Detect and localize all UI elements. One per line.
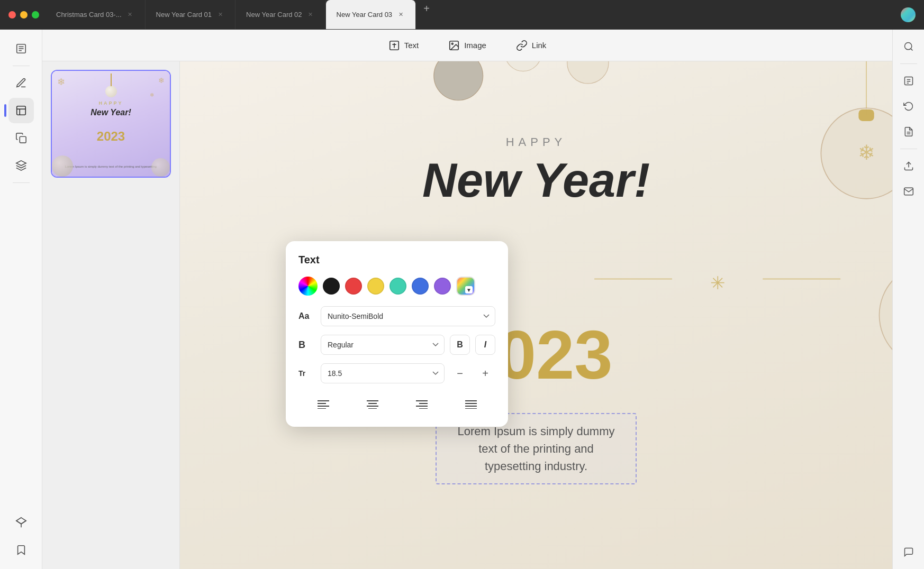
link-tool-icon bbox=[516, 40, 528, 51]
italic-button[interactable]: I bbox=[475, 335, 495, 355]
text-tool-button[interactable]: Text bbox=[382, 36, 425, 54]
svg-rect-30 bbox=[858, 109, 874, 121]
link-tool-button[interactable]: Link bbox=[510, 36, 553, 54]
thumb-year-text: 2023 bbox=[97, 129, 125, 144]
align-justify-button[interactable] bbox=[458, 394, 484, 414]
main-canvas[interactable]: ❄ ✳ ❄ bbox=[180, 61, 892, 569]
tab-christmas-label: Christmas Card 03-... bbox=[56, 11, 122, 19]
color-swatch-red[interactable] bbox=[345, 278, 362, 295]
align-center-button[interactable] bbox=[360, 394, 385, 414]
tab-christmas[interactable]: Christmas Card 03-... ✕ bbox=[46, 0, 146, 29]
sidebar-icon-stack[interactable] bbox=[8, 153, 34, 178]
sidebar-icon-layers[interactable] bbox=[8, 510, 34, 535]
right-sidebar-divider-1 bbox=[900, 63, 917, 64]
svg-point-23 bbox=[505, 61, 541, 71]
svg-rect-7 bbox=[20, 136, 26, 143]
image-tool-button[interactable]: Image bbox=[442, 36, 493, 54]
right-sidebar bbox=[892, 30, 924, 569]
link-tool-label: Link bbox=[532, 41, 547, 50]
svg-text:❄: ❄ bbox=[858, 141, 875, 164]
text-tool-icon bbox=[388, 40, 400, 51]
sidebar-icon-pages[interactable] bbox=[8, 36, 34, 61]
sidebar-divider-1 bbox=[13, 66, 30, 66]
font-family-row: Aa Nunito-SemiBold Arial Georgia bbox=[298, 306, 495, 326]
svg-text:✳: ✳ bbox=[710, 273, 725, 293]
text-popup-title: Text bbox=[298, 254, 495, 266]
font-weight-select[interactable]: Regular Bold Light bbox=[321, 335, 445, 355]
color-swatch-blue[interactable] bbox=[412, 278, 429, 295]
top-toolbar: Text Image Link bbox=[42, 30, 892, 61]
text-popup: Text ▼ bbox=[286, 241, 508, 427]
align-right-button[interactable] bbox=[409, 394, 434, 414]
close-button[interactable] bbox=[8, 11, 16, 19]
svg-marker-8 bbox=[16, 518, 25, 524]
size-select-wrap: 18.5 12 14 16 20 24 32 bbox=[321, 363, 445, 383]
thumb-new-year-text: New Year! bbox=[90, 108, 131, 117]
image-tool-icon bbox=[448, 40, 460, 51]
search-icon[interactable] bbox=[898, 36, 919, 57]
tab-newyear02[interactable]: New Year Card 02 ✕ bbox=[235, 0, 326, 29]
color-swatch-black[interactable] bbox=[323, 278, 340, 295]
svg-point-22 bbox=[434, 61, 483, 100]
color-swatch-yellow[interactable] bbox=[367, 278, 384, 295]
tab-newyear03-close[interactable]: ✕ bbox=[396, 11, 405, 19]
font-family-select[interactable]: Nunito-SemiBold Arial Georgia bbox=[321, 306, 495, 326]
tab-christmas-close[interactable]: ✕ bbox=[126, 11, 134, 19]
svg-rect-59 bbox=[904, 77, 912, 85]
sidebar-icon-copy[interactable] bbox=[8, 125, 34, 151]
thumb-lorem-text: Lorem Ipsum is simply dummy text of the … bbox=[64, 165, 158, 168]
ocr-icon[interactable] bbox=[898, 70, 919, 91]
thumbnail-panel: ❄ ❄ ❄ HAPPY New Year! 2023 Lorem Ipsum i… bbox=[42, 61, 180, 569]
bold-button[interactable]: B bbox=[450, 335, 470, 355]
tab-newyear03[interactable]: New Year Card 03 ✕ bbox=[326, 0, 416, 29]
sidebar-icon-pen[interactable] bbox=[8, 70, 34, 96]
tab-newyear01-label: New Year Card 01 bbox=[156, 11, 212, 19]
mail-icon[interactable] bbox=[898, 181, 919, 202]
tab-newyear03-label: New Year Card 03 bbox=[337, 11, 393, 19]
svg-point-29 bbox=[821, 108, 892, 198]
font-size-decrease[interactable]: − bbox=[450, 363, 470, 383]
sidebar-divider-2 bbox=[13, 182, 30, 183]
font-size-select[interactable]: 18.5 12 14 16 20 24 32 bbox=[321, 363, 445, 383]
color-wheel[interactable] bbox=[298, 277, 318, 296]
font-weight-row: B Regular Bold Light B I bbox=[298, 335, 495, 355]
tab-newyear01-close[interactable]: ✕ bbox=[216, 11, 224, 19]
card-new-year-text: New Year! bbox=[422, 157, 650, 204]
main-layout: Text Image Link bbox=[0, 30, 924, 569]
left-sidebar bbox=[0, 30, 42, 569]
color-more-button[interactable]: ▼ bbox=[456, 277, 475, 296]
size-label: Tr bbox=[298, 369, 315, 378]
align-left-button[interactable] bbox=[311, 394, 336, 414]
tab-newyear02-close[interactable]: ✕ bbox=[306, 11, 315, 19]
weight-label: B bbox=[298, 339, 315, 351]
font-label: Aa bbox=[298, 311, 315, 321]
sidebar-icon-template[interactable] bbox=[8, 98, 34, 123]
chat-icon[interactable] bbox=[898, 542, 919, 563]
sidebar-icon-bookmark[interactable] bbox=[8, 537, 34, 563]
color-swatch-purple[interactable] bbox=[434, 278, 451, 295]
export-icon[interactable] bbox=[898, 155, 919, 177]
color-row: ▼ bbox=[298, 277, 495, 296]
text-tool-label: Text bbox=[404, 41, 419, 50]
content-area: Text Image Link bbox=[42, 30, 892, 569]
font-size-row: Tr 18.5 12 14 16 20 24 32 bbox=[298, 363, 495, 383]
color-swatch-teal[interactable] bbox=[389, 278, 406, 295]
pdf-icon[interactable] bbox=[898, 121, 919, 142]
replace-icon[interactable] bbox=[898, 96, 919, 117]
font-size-increase[interactable]: + bbox=[475, 363, 495, 383]
thumbnail-image: ❄ ❄ ❄ HAPPY New Year! 2023 Lorem Ipsum i… bbox=[52, 71, 170, 177]
right-sidebar-divider-2 bbox=[900, 149, 917, 149]
add-tab-button[interactable]: + bbox=[418, 0, 435, 17]
svg-line-58 bbox=[910, 49, 912, 51]
svg-rect-4 bbox=[16, 106, 25, 115]
svg-point-36 bbox=[880, 263, 892, 367]
image-tool-label: Image bbox=[464, 41, 486, 50]
tab-newyear02-label: New Year Card 02 bbox=[246, 11, 302, 19]
thumbnail-card-selected[interactable]: ❄ ❄ ❄ HAPPY New Year! 2023 Lorem Ipsum i… bbox=[51, 70, 171, 178]
svg-point-57 bbox=[904, 43, 911, 50]
maximize-button[interactable] bbox=[32, 11, 39, 19]
tab-newyear01[interactable]: New Year Card 01 ✕ bbox=[146, 0, 236, 29]
tabs-container: Christmas Card 03-... ✕ New Year Card 01… bbox=[39, 0, 901, 29]
canvas-area: ❄ ❄ ❄ HAPPY New Year! 2023 Lorem Ipsum i… bbox=[42, 61, 892, 569]
minimize-button[interactable] bbox=[20, 11, 28, 19]
